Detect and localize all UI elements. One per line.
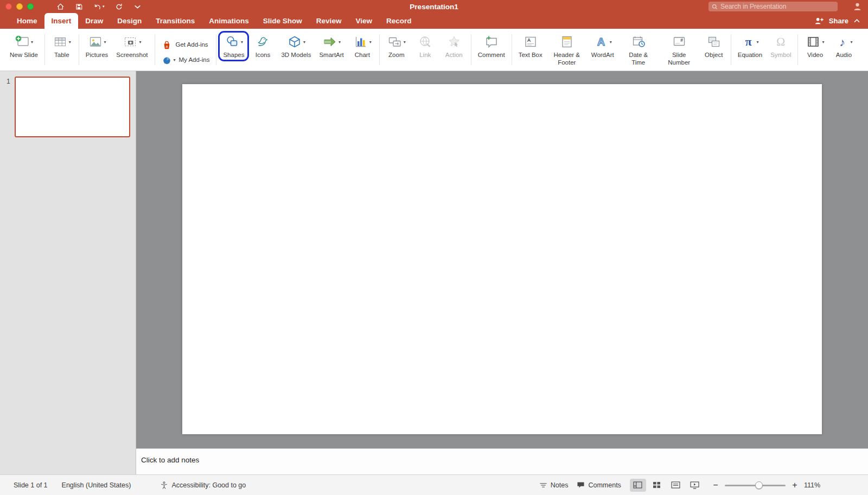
ribbon-button-my-add-ins[interactable]: ▾My Add-ins — [162, 55, 210, 66]
ribbon-button-zoom[interactable]: ▾Zoom — [385, 33, 409, 60]
ribbon-tabs: HomeInsertDrawDesignTransitionsAnimation… — [10, 13, 418, 29]
svg-text:A: A — [527, 37, 531, 43]
slide-thumbnail-pane: 1 — [0, 71, 136, 474]
ribbon-button-icons[interactable]: Icons — [251, 33, 275, 60]
ribbon-button-text-box[interactable]: AText Box — [517, 33, 544, 60]
ribbon-button-video[interactable]: ▾Video — [803, 33, 827, 60]
tab-design[interactable]: Design — [110, 13, 149, 29]
slide-indicator[interactable]: Slide 1 of 1 — [14, 481, 48, 489]
slideshow-button[interactable] — [687, 479, 703, 492]
zoom-slider-knob[interactable] — [755, 481, 763, 489]
chevron-down-icon[interactable]: ▾ — [822, 40, 824, 45]
tab-view[interactable]: View — [348, 13, 379, 29]
fullscreen-window-button[interactable] — [27, 3, 34, 10]
ribbon-button-iconrow: ▾ — [287, 34, 305, 50]
accessibility-status[interactable]: Accessibility: Good to go — [160, 481, 246, 490]
ribbon-button-label: Object — [705, 52, 723, 59]
wordart-icon: A — [593, 34, 609, 50]
ribbon-button-header-footer[interactable]: Header & Footer — [549, 33, 585, 67]
zoom-level[interactable]: 111% — [804, 481, 820, 489]
slide-thumbnail[interactable] — [15, 77, 130, 137]
notes-pane[interactable]: Click to add notes — [136, 448, 868, 474]
ribbon-button-table[interactable]: ▾Table — [50, 33, 74, 60]
save-icon[interactable] — [75, 3, 83, 11]
notes-toggle-button[interactable]: Notes — [539, 481, 569, 489]
chevron-down-icon[interactable]: ▾ — [241, 40, 243, 45]
search-icon — [712, 4, 718, 10]
customize-toolbar-icon[interactable] — [133, 3, 142, 11]
search-input[interactable] — [720, 3, 834, 10]
ribbon-button-object[interactable]: Object — [702, 33, 726, 60]
chart-icon — [353, 34, 368, 50]
ribbon-button-equation[interactable]: π▾Equation — [736, 33, 764, 60]
video-icon — [806, 34, 821, 50]
chevron-down-icon[interactable]: ▾ — [104, 40, 106, 45]
chevron-down-icon[interactable]: ▾ — [756, 40, 758, 45]
chevron-down-icon[interactable]: ▾ — [610, 40, 612, 45]
zoom-out-button[interactable]: − — [712, 480, 719, 490]
zoom-in-button[interactable]: + — [791, 480, 799, 490]
chevron-down-icon[interactable]: ▾ — [139, 40, 141, 45]
ribbon-button-shapes[interactable]: ▾Shapes — [221, 33, 246, 60]
ribbon-button-label: Screenshot — [116, 52, 148, 59]
redo-button[interactable] — [115, 3, 123, 11]
symbol-icon: Ω — [774, 34, 788, 50]
tab-home[interactable]: Home — [10, 13, 44, 29]
search-box[interactable] — [709, 2, 838, 11]
chevron-down-icon[interactable]: ▾ — [369, 40, 372, 45]
chevron-down-icon[interactable]: ▾ — [69, 40, 71, 45]
minimize-window-button[interactable] — [16, 3, 23, 10]
home-icon[interactable] — [56, 3, 65, 11]
chevron-down-icon[interactable]: ▾ — [339, 40, 341, 45]
ribbon-button-iconrow: ♪▾ — [835, 34, 852, 50]
chevron-down-icon[interactable]: ▾ — [404, 40, 406, 45]
slide-sorter-view-button[interactable] — [649, 479, 665, 492]
ribbon-button-label: Audio — [836, 52, 852, 59]
tab-slide-show[interactable]: Slide Show — [256, 13, 309, 29]
language-indicator[interactable]: English (United States) — [62, 481, 131, 489]
ribbon-button-audio[interactable]: ♪▾Audio — [832, 33, 856, 60]
ribbon-button-label: Header & Footer — [551, 52, 583, 66]
collapse-ribbon-icon[interactable] — [853, 18, 860, 23]
undo-dropdown-icon[interactable]: ▾ — [103, 4, 105, 9]
ribbon-button-comment[interactable]: Comment — [476, 33, 507, 60]
chevron-down-icon[interactable]: ▾ — [303, 40, 305, 45]
share-button[interactable]: Share — [829, 17, 848, 25]
ribbon-button-slide-number[interactable]: #Slide Number — [661, 33, 697, 67]
notes-icon — [539, 482, 547, 488]
chevron-down-icon[interactable]: ▾ — [31, 40, 33, 45]
ribbon-button-wordart[interactable]: A▾WordArt — [590, 33, 616, 60]
ribbon-button-iconrow: ▾ — [322, 34, 341, 50]
icons-icon — [255, 34, 270, 50]
ribbon-button-new-slide[interactable]: ▾New Slide — [8, 33, 40, 60]
powerpoint-window: ▾ Presentation1 HomeInsertDrawDesignTran… — [0, 0, 868, 495]
ribbon-button-smartart[interactable]: ▾SmartArt — [317, 33, 345, 60]
slide-thumbnail-number: 1 — [7, 77, 10, 137]
3d-models-icon — [287, 34, 302, 50]
tab-insert[interactable]: Insert — [44, 13, 79, 29]
normal-view-button[interactable] — [630, 479, 646, 492]
tab-animations[interactable]: Animations — [202, 13, 256, 29]
ribbon-button-label: Link — [419, 52, 431, 59]
tab-transitions[interactable]: Transitions — [149, 13, 202, 29]
ribbon-button-chart[interactable]: ▾Chart — [350, 33, 374, 60]
comments-toggle-button[interactable]: Comments — [577, 481, 621, 489]
header-footer-icon — [559, 34, 575, 50]
account-icon[interactable] — [852, 1, 863, 14]
tab-draw[interactable]: Draw — [78, 13, 110, 29]
ribbon-button-label: Text Box — [519, 52, 542, 59]
ribbon-button-pictures[interactable]: ▾Pictures — [84, 33, 110, 60]
chevron-down-icon[interactable]: ▾ — [850, 40, 852, 45]
undo-button[interactable]: ▾ — [93, 3, 105, 11]
zoom-slider[interactable] — [725, 481, 786, 489]
reading-view-button[interactable] — [668, 479, 684, 492]
ribbon-button-screenshot[interactable]: ▾Screenshot — [114, 33, 149, 60]
tab-record[interactable]: Record — [379, 13, 419, 29]
tab-review[interactable]: Review — [309, 13, 349, 29]
chevron-down-icon[interactable]: ▾ — [174, 58, 176, 62]
close-window-button[interactable] — [5, 3, 12, 10]
ribbon-button-get-add-ins[interactable]: aGet Add-ins — [162, 40, 208, 50]
ribbon-button-date-time[interactable]: Date & Time — [621, 33, 656, 67]
ribbon-button-3d-models[interactable]: ▾3D Models — [279, 33, 312, 60]
slide-canvas[interactable] — [182, 84, 822, 434]
